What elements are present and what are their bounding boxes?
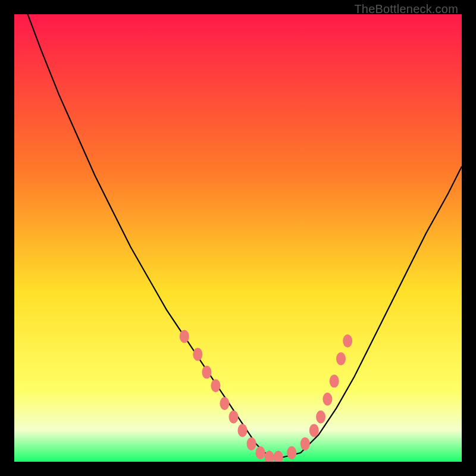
curve-marker <box>330 375 339 388</box>
curve-marker <box>180 330 189 343</box>
chart-frame <box>14 14 462 462</box>
curve-marker <box>193 348 202 361</box>
curve-marker <box>322 393 332 406</box>
curve-marker <box>247 437 256 450</box>
curve-marker <box>229 411 239 424</box>
curve-marker <box>256 446 265 459</box>
curve-marker <box>343 334 352 347</box>
curve-marker <box>316 411 325 424</box>
curve-marker <box>211 379 220 392</box>
chart-svg <box>14 14 462 462</box>
curve-marker <box>238 424 248 437</box>
curve-marker <box>336 352 346 365</box>
curve-marker <box>309 424 319 437</box>
gradient-bg <box>14 14 462 462</box>
curve-marker <box>287 446 296 459</box>
curve-marker <box>220 397 229 410</box>
curve-marker <box>202 366 211 379</box>
curve-marker <box>300 437 310 450</box>
watermark-text: TheBottleneck.com <box>354 2 458 16</box>
